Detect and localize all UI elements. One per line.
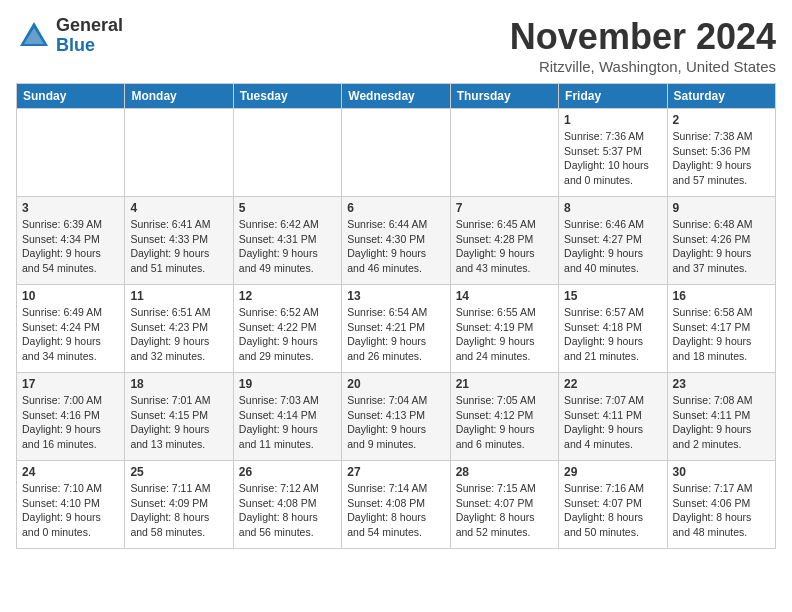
day-info: Sunrise: 6:55 AMSunset: 4:19 PMDaylight:… <box>456 305 553 364</box>
day-info: Sunrise: 7:11 AMSunset: 4:09 PMDaylight:… <box>130 481 227 540</box>
calendar-cell: 22Sunrise: 7:07 AMSunset: 4:11 PMDayligh… <box>559 373 667 461</box>
calendar-week-row: 24Sunrise: 7:10 AMSunset: 4:10 PMDayligh… <box>17 461 776 549</box>
day-info: Sunrise: 7:15 AMSunset: 4:07 PMDaylight:… <box>456 481 553 540</box>
calendar-cell: 15Sunrise: 6:57 AMSunset: 4:18 PMDayligh… <box>559 285 667 373</box>
weekday-header-wednesday: Wednesday <box>342 84 450 109</box>
day-number: 10 <box>22 289 119 303</box>
day-number: 22 <box>564 377 661 391</box>
day-number: 16 <box>673 289 770 303</box>
calendar-cell: 30Sunrise: 7:17 AMSunset: 4:06 PMDayligh… <box>667 461 775 549</box>
logo: General Blue <box>16 16 123 56</box>
day-info: Sunrise: 6:54 AMSunset: 4:21 PMDaylight:… <box>347 305 444 364</box>
day-number: 13 <box>347 289 444 303</box>
day-info: Sunrise: 7:04 AMSunset: 4:13 PMDaylight:… <box>347 393 444 452</box>
day-info: Sunrise: 7:01 AMSunset: 4:15 PMDaylight:… <box>130 393 227 452</box>
calendar-cell: 25Sunrise: 7:11 AMSunset: 4:09 PMDayligh… <box>125 461 233 549</box>
day-info: Sunrise: 7:14 AMSunset: 4:08 PMDaylight:… <box>347 481 444 540</box>
calendar-cell: 18Sunrise: 7:01 AMSunset: 4:15 PMDayligh… <box>125 373 233 461</box>
calendar-cell: 24Sunrise: 7:10 AMSunset: 4:10 PMDayligh… <box>17 461 125 549</box>
calendar-cell: 6Sunrise: 6:44 AMSunset: 4:30 PMDaylight… <box>342 197 450 285</box>
day-number: 8 <box>564 201 661 215</box>
calendar-cell <box>233 109 341 197</box>
calendar-cell: 16Sunrise: 6:58 AMSunset: 4:17 PMDayligh… <box>667 285 775 373</box>
weekday-header-thursday: Thursday <box>450 84 558 109</box>
day-number: 28 <box>456 465 553 479</box>
day-info: Sunrise: 6:45 AMSunset: 4:28 PMDaylight:… <box>456 217 553 276</box>
day-number: 20 <box>347 377 444 391</box>
calendar-cell: 27Sunrise: 7:14 AMSunset: 4:08 PMDayligh… <box>342 461 450 549</box>
calendar-cell: 28Sunrise: 7:15 AMSunset: 4:07 PMDayligh… <box>450 461 558 549</box>
calendar-week-row: 1Sunrise: 7:36 AMSunset: 5:37 PMDaylight… <box>17 109 776 197</box>
day-number: 21 <box>456 377 553 391</box>
calendar-subtitle: Ritzville, Washington, United States <box>510 58 776 75</box>
day-number: 2 <box>673 113 770 127</box>
day-number: 9 <box>673 201 770 215</box>
day-number: 11 <box>130 289 227 303</box>
calendar-table: SundayMondayTuesdayWednesdayThursdayFrid… <box>16 83 776 549</box>
day-info: Sunrise: 6:49 AMSunset: 4:24 PMDaylight:… <box>22 305 119 364</box>
calendar-cell: 1Sunrise: 7:36 AMSunset: 5:37 PMDaylight… <box>559 109 667 197</box>
calendar-week-row: 17Sunrise: 7:00 AMSunset: 4:16 PMDayligh… <box>17 373 776 461</box>
header: General Blue November 2024 Ritzville, Wa… <box>16 16 776 75</box>
day-number: 23 <box>673 377 770 391</box>
day-number: 26 <box>239 465 336 479</box>
calendar-cell <box>17 109 125 197</box>
calendar-cell: 26Sunrise: 7:12 AMSunset: 4:08 PMDayligh… <box>233 461 341 549</box>
calendar-title: November 2024 <box>510 16 776 58</box>
day-info: Sunrise: 6:48 AMSunset: 4:26 PMDaylight:… <box>673 217 770 276</box>
day-number: 5 <box>239 201 336 215</box>
logo-text: General Blue <box>56 16 123 56</box>
day-info: Sunrise: 6:52 AMSunset: 4:22 PMDaylight:… <box>239 305 336 364</box>
calendar-cell: 13Sunrise: 6:54 AMSunset: 4:21 PMDayligh… <box>342 285 450 373</box>
weekday-header-row: SundayMondayTuesdayWednesdayThursdayFrid… <box>17 84 776 109</box>
calendar-cell: 29Sunrise: 7:16 AMSunset: 4:07 PMDayligh… <box>559 461 667 549</box>
calendar-cell: 2Sunrise: 7:38 AMSunset: 5:36 PMDaylight… <box>667 109 775 197</box>
calendar-cell: 19Sunrise: 7:03 AMSunset: 4:14 PMDayligh… <box>233 373 341 461</box>
day-info: Sunrise: 7:10 AMSunset: 4:10 PMDaylight:… <box>22 481 119 540</box>
calendar-cell: 5Sunrise: 6:42 AMSunset: 4:31 PMDaylight… <box>233 197 341 285</box>
day-info: Sunrise: 6:51 AMSunset: 4:23 PMDaylight:… <box>130 305 227 364</box>
calendar-cell: 10Sunrise: 6:49 AMSunset: 4:24 PMDayligh… <box>17 285 125 373</box>
calendar-cell: 21Sunrise: 7:05 AMSunset: 4:12 PMDayligh… <box>450 373 558 461</box>
calendar-cell: 7Sunrise: 6:45 AMSunset: 4:28 PMDaylight… <box>450 197 558 285</box>
weekday-header-sunday: Sunday <box>17 84 125 109</box>
day-info: Sunrise: 7:07 AMSunset: 4:11 PMDaylight:… <box>564 393 661 452</box>
calendar-cell: 12Sunrise: 6:52 AMSunset: 4:22 PMDayligh… <box>233 285 341 373</box>
day-number: 6 <box>347 201 444 215</box>
day-info: Sunrise: 6:58 AMSunset: 4:17 PMDaylight:… <box>673 305 770 364</box>
day-number: 18 <box>130 377 227 391</box>
day-number: 4 <box>130 201 227 215</box>
day-number: 30 <box>673 465 770 479</box>
day-number: 29 <box>564 465 661 479</box>
day-number: 24 <box>22 465 119 479</box>
day-number: 17 <box>22 377 119 391</box>
logo-icon <box>16 18 52 54</box>
calendar-cell <box>125 109 233 197</box>
day-number: 12 <box>239 289 336 303</box>
day-info: Sunrise: 7:38 AMSunset: 5:36 PMDaylight:… <box>673 129 770 188</box>
calendar-cell: 4Sunrise: 6:41 AMSunset: 4:33 PMDaylight… <box>125 197 233 285</box>
calendar-cell: 11Sunrise: 6:51 AMSunset: 4:23 PMDayligh… <box>125 285 233 373</box>
day-number: 25 <box>130 465 227 479</box>
weekday-header-monday: Monday <box>125 84 233 109</box>
calendar-cell: 14Sunrise: 6:55 AMSunset: 4:19 PMDayligh… <box>450 285 558 373</box>
day-info: Sunrise: 7:08 AMSunset: 4:11 PMDaylight:… <box>673 393 770 452</box>
day-number: 3 <box>22 201 119 215</box>
calendar-cell: 17Sunrise: 7:00 AMSunset: 4:16 PMDayligh… <box>17 373 125 461</box>
calendar-week-row: 3Sunrise: 6:39 AMSunset: 4:34 PMDaylight… <box>17 197 776 285</box>
calendar-cell: 8Sunrise: 6:46 AMSunset: 4:27 PMDaylight… <box>559 197 667 285</box>
day-info: Sunrise: 6:42 AMSunset: 4:31 PMDaylight:… <box>239 217 336 276</box>
day-info: Sunrise: 6:39 AMSunset: 4:34 PMDaylight:… <box>22 217 119 276</box>
day-info: Sunrise: 7:36 AMSunset: 5:37 PMDaylight:… <box>564 129 661 188</box>
day-info: Sunrise: 7:12 AMSunset: 4:08 PMDaylight:… <box>239 481 336 540</box>
weekday-header-saturday: Saturday <box>667 84 775 109</box>
title-area: November 2024 Ritzville, Washington, Uni… <box>510 16 776 75</box>
day-info: Sunrise: 6:44 AMSunset: 4:30 PMDaylight:… <box>347 217 444 276</box>
day-info: Sunrise: 7:03 AMSunset: 4:14 PMDaylight:… <box>239 393 336 452</box>
calendar-header: SundayMondayTuesdayWednesdayThursdayFrid… <box>17 84 776 109</box>
day-number: 14 <box>456 289 553 303</box>
day-info: Sunrise: 7:17 AMSunset: 4:06 PMDaylight:… <box>673 481 770 540</box>
day-info: Sunrise: 6:57 AMSunset: 4:18 PMDaylight:… <box>564 305 661 364</box>
calendar-cell: 20Sunrise: 7:04 AMSunset: 4:13 PMDayligh… <box>342 373 450 461</box>
calendar-week-row: 10Sunrise: 6:49 AMSunset: 4:24 PMDayligh… <box>17 285 776 373</box>
